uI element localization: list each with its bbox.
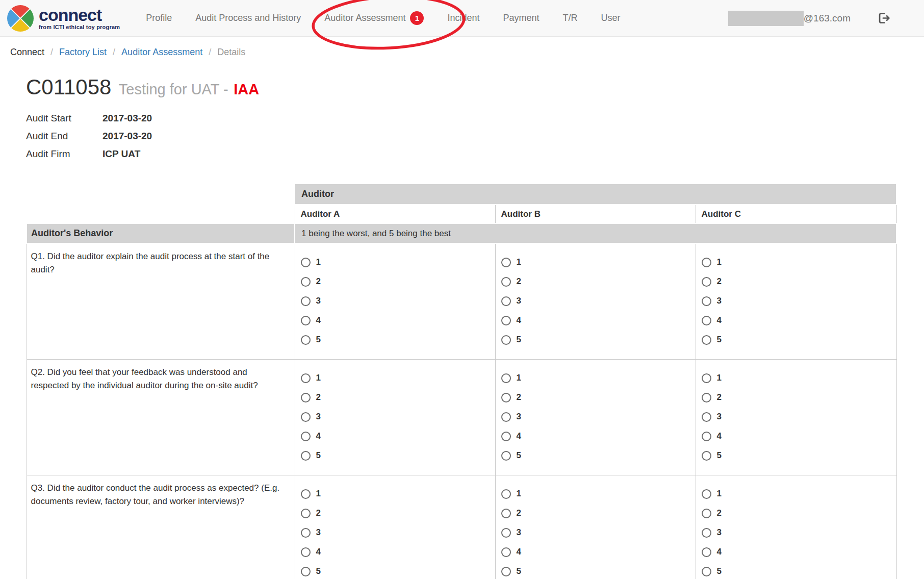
radio-button[interactable] — [702, 258, 711, 267]
rating-option[interactable]: 1 — [702, 257, 891, 267]
breadcrumb-factory-list[interactable]: Factory List — [59, 47, 107, 58]
rating-option[interactable]: 1 — [501, 489, 690, 499]
nav-item-auditor-assessment[interactable]: Auditor Assessment 1 — [313, 0, 435, 36]
rating-option[interactable]: 5 — [301, 450, 490, 461]
radio-button[interactable] — [501, 547, 511, 557]
radio-button[interactable] — [501, 335, 511, 345]
radio-button[interactable] — [501, 432, 511, 441]
radio-button[interactable] — [702, 316, 711, 325]
rating-option[interactable]: 1 — [501, 257, 690, 267]
rating-option[interactable]: 4 — [501, 431, 690, 441]
rating-option[interactable]: 4 — [301, 315, 490, 325]
rating-option[interactable]: 3 — [301, 412, 490, 422]
breadcrumb-auditor-assessment[interactable]: Auditor Assessment — [121, 47, 202, 58]
radio-button[interactable] — [702, 393, 711, 402]
rating-option[interactable]: 1 — [301, 257, 490, 267]
rating-option[interactable]: 3 — [301, 527, 490, 538]
radio-button[interactable] — [301, 373, 311, 383]
radio-button[interactable] — [501, 451, 511, 461]
rating-option[interactable]: 3 — [702, 527, 891, 538]
rating-option[interactable]: 5 — [301, 566, 490, 576]
rating-option[interactable]: 1 — [702, 489, 891, 499]
radio-button[interactable] — [501, 393, 511, 402]
rating-option[interactable]: 3 — [301, 296, 490, 306]
radio-button[interactable] — [702, 432, 711, 441]
radio-button[interactable] — [301, 451, 311, 461]
rating-option[interactable]: 5 — [301, 335, 490, 345]
rating-option[interactable]: 2 — [301, 276, 490, 287]
rating-option[interactable]: 4 — [702, 547, 891, 557]
radio-button[interactable] — [501, 509, 511, 518]
rating-option[interactable]: 2 — [702, 508, 891, 518]
radio-button[interactable] — [702, 528, 711, 538]
rating-option[interactable]: 3 — [702, 296, 891, 306]
nav-item-payment[interactable]: Payment — [491, 0, 551, 36]
radio-button[interactable] — [702, 489, 711, 499]
rating-option[interactable]: 1 — [702, 373, 891, 383]
radio-button[interactable] — [702, 451, 711, 461]
radio-button[interactable] — [301, 296, 311, 306]
rating-option[interactable]: 5 — [702, 335, 891, 345]
rating-option[interactable]: 4 — [301, 547, 490, 557]
radio-button[interactable] — [501, 258, 511, 267]
radio-button[interactable] — [301, 277, 311, 287]
radio-button[interactable] — [501, 316, 511, 325]
radio-button[interactable] — [301, 432, 311, 441]
brand-logo-link[interactable]: connect from ICTI ethical toy program — [7, 5, 120, 32]
nav-item-tr[interactable]: T/R — [551, 0, 589, 36]
nav-item-incident[interactable]: Incident — [435, 0, 491, 36]
rating-option[interactable]: 2 — [301, 392, 490, 402]
rating-option[interactable]: 2 — [501, 392, 690, 402]
nav-item-user[interactable]: User — [589, 0, 632, 36]
rating-option[interactable]: 3 — [501, 412, 690, 422]
rating-option[interactable]: 4 — [702, 431, 891, 441]
rating-option[interactable]: 5 — [702, 566, 891, 576]
radio-button[interactable] — [702, 296, 711, 306]
rating-option[interactable]: 4 — [501, 547, 690, 557]
radio-button[interactable] — [702, 335, 711, 345]
radio-button[interactable] — [301, 412, 311, 422]
rating-option[interactable]: 2 — [501, 276, 690, 287]
radio-button[interactable] — [301, 567, 311, 576]
radio-button[interactable] — [501, 412, 511, 422]
radio-button[interactable] — [501, 277, 511, 287]
nav-item-audit-process-and-history[interactable]: Audit Process and History — [184, 0, 313, 36]
radio-button[interactable] — [301, 316, 311, 325]
radio-button[interactable] — [702, 509, 711, 518]
radio-button[interactable] — [702, 567, 711, 576]
rating-option[interactable]: 2 — [702, 392, 891, 402]
radio-button[interactable] — [501, 567, 511, 576]
rating-option[interactable]: 5 — [501, 450, 690, 461]
radio-button[interactable] — [301, 258, 311, 267]
radio-button[interactable] — [301, 393, 311, 402]
rating-option[interactable]: 5 — [702, 450, 891, 461]
rating-option[interactable]: 5 — [501, 335, 690, 345]
radio-button[interactable] — [301, 509, 311, 518]
rating-option[interactable]: 2 — [501, 508, 690, 518]
rating-option[interactable]: 2 — [702, 276, 891, 287]
radio-button[interactable] — [301, 547, 311, 557]
radio-button[interactable] — [301, 335, 311, 345]
nav-item-profile[interactable]: Profile — [134, 0, 184, 36]
radio-button[interactable] — [702, 373, 711, 383]
radio-button[interactable] — [501, 489, 511, 499]
radio-button[interactable] — [501, 528, 511, 538]
radio-button[interactable] — [702, 547, 711, 557]
radio-button[interactable] — [301, 528, 311, 538]
radio-button[interactable] — [301, 489, 311, 499]
radio-button[interactable] — [702, 412, 711, 422]
rating-option[interactable]: 3 — [702, 412, 891, 422]
rating-option[interactable]: 3 — [501, 296, 690, 306]
rating-option[interactable]: 4 — [301, 431, 490, 441]
rating-option[interactable]: 1 — [301, 489, 490, 499]
rating-option[interactable]: 4 — [501, 315, 690, 325]
rating-option[interactable]: 2 — [301, 508, 490, 518]
logout-button[interactable] — [877, 11, 891, 25]
rating-option[interactable]: 4 — [702, 315, 891, 325]
rating-option[interactable]: 3 — [501, 527, 690, 538]
radio-button[interactable] — [702, 277, 711, 287]
rating-option[interactable]: 1 — [501, 373, 690, 383]
radio-button[interactable] — [501, 373, 511, 383]
rating-option[interactable]: 5 — [501, 566, 690, 576]
rating-option[interactable]: 1 — [301, 373, 490, 383]
